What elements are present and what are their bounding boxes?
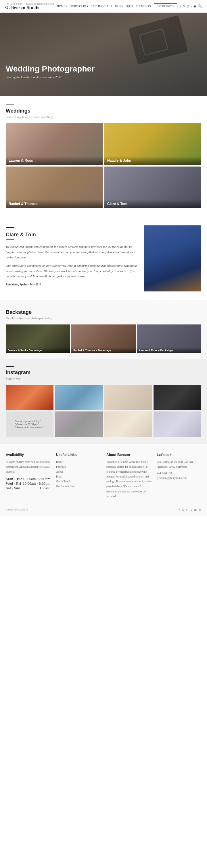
hero-title: Wedding Photographer — [6, 64, 95, 73]
testimonial-text: Clare & Tom We simply can't thank you en… — [6, 225, 138, 290]
availability-title: Availability — [6, 453, 50, 457]
hero-content: Wedding Photographer Serving the Greater… — [6, 64, 95, 79]
testimonial-attribution: Barcelona, Spain – July 2016 — [6, 282, 138, 287]
backstage-item-jessica[interactable]: Jessica & Paul – Backstage — [6, 324, 70, 353]
testimonial-image — [144, 225, 201, 291]
availability-hours: Mon - Tue 10:00am - 7:00pm Wed - Fri 10:… — [6, 477, 50, 490]
footer-in-icon[interactable]: in — [194, 508, 197, 512]
link-get-in-touch[interactable]: Get In Touch — [56, 479, 100, 484]
links-title: Useful Links — [56, 453, 100, 457]
backstage-section: Backstage Untold stories from their spec… — [0, 300, 207, 359]
instagram-item-8[interactable] — [153, 411, 201, 437]
avail-time-2: Closed — [40, 486, 50, 490]
footer-social-icons: f 𝕏 G v in ✉ — [179, 508, 201, 512]
wedding-item-lauren[interactable]: Lauren & Ross — [6, 123, 102, 165]
phone: +44 7564 84888 — [5, 2, 22, 5]
vimeo-icon[interactable]: v — [190, 5, 193, 8]
avail-days-2: Sat - Sun — [6, 486, 21, 490]
footer-google-icon[interactable]: G — [186, 508, 188, 512]
nav-shop[interactable]: SHOP — [126, 5, 133, 8]
backstage-item-rachel[interactable]: Rachel & Thomas – Backstage — [71, 324, 136, 353]
avail-row-mon-tue: Mon - Tue 10:00am - 7:00pm — [6, 477, 50, 481]
get-in-touch-button[interactable]: GET IN TOUCH — [154, 3, 177, 9]
hero-subtitle: Serving the Greater London area since 20… — [6, 75, 95, 79]
wedding-label-natalie: Natalie & John — [105, 156, 201, 165]
testimonial-line2 — [6, 240, 14, 240]
weddings-title: Weddings — [6, 108, 201, 114]
contact-phone: +44 9264 8185 — [157, 471, 201, 476]
backstage-title: Backstage — [6, 309, 201, 315]
backstage-grid: Jessica & Paul – Backstage Rachel & Thom… — [6, 324, 201, 353]
footer-vimeo-icon[interactable]: v — [190, 508, 193, 512]
instagram-item-7[interactable] — [105, 411, 152, 437]
useful-links-list: Home Portfolio About Blog Get In Touch G… — [56, 460, 100, 489]
avail-days-1: Wed - Fri — [6, 481, 21, 486]
testimonial-section: Clare & Tom We simply can't thank you en… — [0, 217, 207, 300]
footer-contact: Let's talk 226 Clarington sts, suite 948… — [157, 453, 201, 499]
instagram-title: Instagram — [6, 370, 201, 376]
footer-twitter-icon[interactable]: 𝕏 — [182, 508, 184, 512]
nav-home[interactable]: HOME ▾ — [57, 5, 67, 8]
contact-info: +44 7564 84888 gbenson@gbingstudio.com — [5, 2, 54, 5]
weddings-section: Weddings Some of my favorite recent wedd… — [0, 96, 207, 217]
hero-section: Wedding Photographer Serving the Greater… — [0, 12, 207, 96]
backstage-subtitle: Untold stories from their special day — [6, 316, 201, 320]
availability-description: Aliquam sodales enim non tortor iuftum e… — [6, 460, 50, 474]
link-get-benson-now[interactable]: Get Benson Now — [56, 484, 100, 489]
instagram-item-4[interactable] — [153, 385, 201, 410]
copyright: A theme by Ellington — [6, 508, 28, 511]
link-blog[interactable]: Blog — [56, 474, 100, 479]
google-icon[interactable]: G — [187, 5, 189, 8]
instagram-item-3[interactable] — [105, 385, 152, 410]
instagram-grid: "wears pajamas all day" "showers at 10:3… — [6, 385, 201, 437]
nav-elements[interactable]: ELEMENTS — [136, 5, 151, 8]
instagram-item-1[interactable] — [6, 385, 54, 410]
footer-facebook-icon[interactable]: f — [179, 508, 180, 512]
weddings-grid: Lauren & Ross Natalie & John Rachel & Th… — [6, 123, 201, 208]
email: gbenson@gbingstudio.com — [26, 2, 54, 5]
wedding-item-clare[interactable]: Clare & Tom — [105, 166, 201, 208]
wedding-item-rachel[interactable]: Rachel & Thomas — [6, 166, 102, 208]
link-portfolio[interactable]: Portfolio — [56, 465, 100, 469]
footer-mail-icon[interactable]: ✉ — [199, 508, 201, 512]
weddings-subtitle: Some of my favorite recent weddings — [6, 115, 201, 119]
instagram-img-3 — [105, 385, 152, 410]
testimonial-quote1: We simply can't thank you enough for the… — [6, 244, 138, 260]
instagram-icon[interactable]: ◉ — [194, 4, 196, 8]
instagram-subtitle: Follow Me! — [6, 377, 201, 380]
twitter-icon[interactable]: 𝕏 — [183, 4, 185, 8]
nav-blog[interactable]: BLOG — [115, 5, 123, 8]
instagram-item-6[interactable] — [55, 411, 102, 437]
contact-address: 226 Clarington sts, suite 948 San Franci… — [157, 460, 201, 469]
instagram-item-2[interactable] — [55, 385, 102, 410]
about-title: About Benson — [107, 453, 151, 457]
footer-availability: Availability Aliquam sodales enim non to… — [6, 453, 50, 499]
instagram-quote-item: "wears pajamas all day" "showers at 10:3… — [6, 411, 54, 437]
avail-row-wed-fri: Wed - Fri 10:00am - 8:00pm — [6, 481, 50, 486]
backstage-label-jessica: Jessica & Paul – Backstage — [6, 347, 70, 353]
wedding-item-natalie[interactable]: Natalie & John — [105, 123, 201, 165]
nav-portfolio[interactable]: PORTFOLIO ▾ — [70, 5, 88, 8]
footer-links: Useful Links Home Portfolio About Blog G… — [56, 453, 100, 499]
contact-title: Let's talk — [157, 453, 201, 457]
testimonial-quote2: Our guests have commented on how skilled… — [6, 263, 138, 279]
instagram-img-7 — [105, 411, 152, 437]
link-home[interactable]: Home — [56, 460, 100, 465]
footer: Availability Aliquam sodales enim non to… — [0, 444, 207, 516]
instagram-section: Instagram Follow Me! "wears pajamas all … — [0, 359, 207, 444]
link-about[interactable]: About — [56, 469, 100, 474]
main-nav: HOME ▾ PORTFOLIO ▾ TESTIMONIALS BLOG SHO… — [57, 3, 177, 9]
backstage-label-rachel: Rachel & Thomas – Backstage — [71, 347, 136, 353]
facebook-icon[interactable]: f — [180, 5, 181, 8]
hero-overlay — [0, 12, 207, 96]
site-logo[interactable]: G. Benson Studio — [5, 5, 54, 10]
testimonial-line — [6, 227, 14, 228]
footer-grid: Availability Aliquam sodales enim non to… — [6, 453, 201, 499]
contact-email[interactable]: g.benson@gbingstudio.com — [157, 476, 201, 480]
search-icon[interactable]: 🔍 — [198, 4, 202, 8]
instagram-img-4 — [153, 385, 201, 410]
nav-testimonials[interactable]: TESTIMONIALS — [91, 5, 112, 8]
instagram-quote-text: "wears pajamas all day" "showers at 10:3… — [13, 417, 47, 431]
backstage-item-lauren[interactable]: Lauren & Ross – Backstage — [137, 324, 201, 353]
avail-row-sat-sun: Sat - Sun Closed — [6, 486, 50, 490]
